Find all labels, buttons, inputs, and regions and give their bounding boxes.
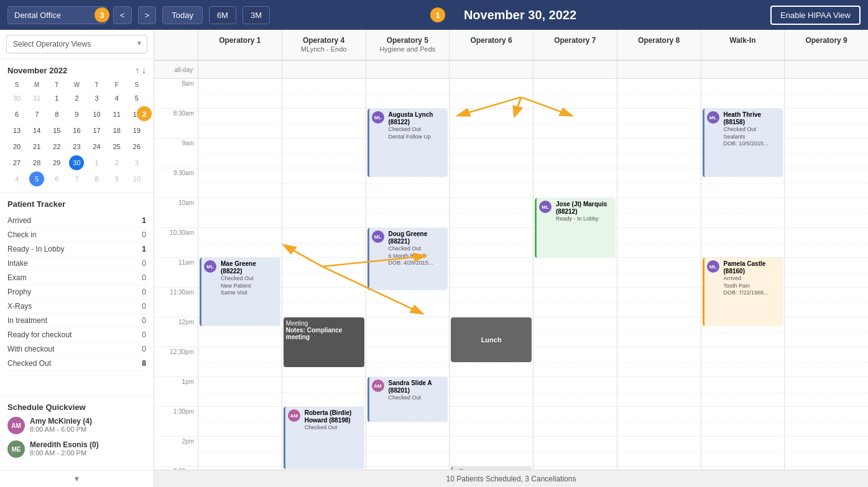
cell[interactable] bbox=[785, 228, 868, 258]
cal-day[interactable]: 6 bbox=[49, 171, 64, 186]
cell[interactable] bbox=[450, 79, 533, 109]
cal-day[interactable]: 29 bbox=[49, 155, 64, 170]
cell[interactable] bbox=[533, 258, 617, 288]
cal-day[interactable]: 16 bbox=[69, 123, 84, 138]
appt-serena[interactable]: AM Serena Quincy (88223) bbox=[451, 467, 532, 470]
cell[interactable] bbox=[282, 79, 366, 109]
cal-day[interactable]: 6 bbox=[9, 107, 24, 122]
cell[interactable] bbox=[366, 347, 450, 377]
cal-day[interactable]: 13 bbox=[9, 123, 24, 138]
cell[interactable] bbox=[785, 79, 868, 109]
6m-button[interactable]: 6M bbox=[209, 6, 236, 24]
cal-day[interactable]: 9 bbox=[69, 107, 84, 122]
cal-day[interactable]: 24 bbox=[90, 139, 104, 154]
cal-day[interactable]: 20 bbox=[9, 139, 24, 154]
cell[interactable] bbox=[701, 437, 785, 467]
cell[interactable] bbox=[617, 258, 701, 288]
tracker-row-ready-checkout[interactable]: Ready for checkout 0 bbox=[7, 328, 146, 342]
appt-doug[interactable]: ML Doug Greene (88221) Checked Out6 Mont… bbox=[367, 228, 448, 290]
cal-day-jan5[interactable]: 5 bbox=[29, 171, 44, 186]
cell[interactable] bbox=[282, 198, 366, 228]
tracker-row-ready-lobby[interactable]: Ready - In Lobby 1 bbox=[7, 242, 146, 257]
cell[interactable] bbox=[366, 79, 450, 109]
cell[interactable] bbox=[282, 288, 366, 317]
cell[interactable] bbox=[701, 79, 785, 109]
tracker-row-with-checkout[interactable]: With checkout 0 bbox=[7, 342, 146, 357]
prev-button[interactable]: < bbox=[113, 6, 132, 24]
cal-day[interactable]: 23 bbox=[69, 139, 84, 154]
cell[interactable] bbox=[282, 168, 366, 198]
cell[interactable] bbox=[701, 198, 785, 228]
cell[interactable] bbox=[785, 347, 868, 377]
appt-roberta[interactable]: AM Roberta (Birdie) Howard (88198) Check… bbox=[284, 407, 364, 469]
quickview-item-meredith[interactable]: ME Meredith Esonis (0) 8:00 AM - 2:00 PM bbox=[7, 440, 146, 458]
cal-day[interactable]: 3 bbox=[129, 155, 144, 170]
cell[interactable] bbox=[450, 407, 533, 437]
cal-day[interactable]: 4 bbox=[9, 171, 24, 186]
tracker-row-intreatment[interactable]: In treatment 0 bbox=[7, 314, 146, 328]
cal-day[interactable]: 8 bbox=[90, 171, 104, 186]
cell[interactable] bbox=[785, 198, 868, 228]
cell[interactable] bbox=[198, 347, 282, 377]
cell[interactable] bbox=[785, 377, 868, 407]
cell[interactable] bbox=[533, 377, 617, 407]
cell[interactable] bbox=[701, 228, 785, 258]
appt-augusta[interactable]: ML Augusta Lynch (88122) Checked OutDent… bbox=[367, 109, 448, 177]
cell[interactable] bbox=[450, 228, 533, 258]
cell[interactable] bbox=[617, 109, 701, 139]
cell[interactable] bbox=[450, 258, 533, 288]
cell[interactable] bbox=[533, 139, 617, 168]
cell[interactable] bbox=[450, 198, 533, 228]
cal-day[interactable]: 15 bbox=[49, 123, 64, 138]
cell[interactable] bbox=[198, 407, 282, 437]
appt-mae-greene[interactable]: ML Mae Greene(88222) Checked OutNew Pati… bbox=[200, 258, 280, 326]
cal-day[interactable]: 4 bbox=[109, 91, 124, 106]
cell[interactable] bbox=[617, 288, 701, 317]
cell[interactable] bbox=[450, 437, 533, 467]
cal-day[interactable]: 22 bbox=[49, 139, 64, 154]
cal-day[interactable]: 10 bbox=[90, 107, 104, 122]
cal-day[interactable]: 21 bbox=[29, 139, 44, 154]
cell[interactable] bbox=[533, 109, 617, 139]
cell[interactable] bbox=[533, 467, 617, 470]
cal-day[interactable]: 14 bbox=[29, 123, 44, 138]
tracker-row-prophy[interactable]: Prophy 0 bbox=[7, 285, 146, 299]
tracker-row-checked-out[interactable]: Checked Out 8 bbox=[7, 357, 146, 371]
cell[interactable] bbox=[617, 79, 701, 109]
cell[interactable] bbox=[198, 377, 282, 407]
cal-day[interactable]: 26 bbox=[129, 139, 144, 154]
cell[interactable] bbox=[366, 288, 450, 317]
cell[interactable] bbox=[617, 467, 701, 470]
cell[interactable] bbox=[617, 168, 701, 198]
next-button[interactable]: > bbox=[138, 6, 157, 24]
cell[interactable] bbox=[282, 109, 366, 139]
cell[interactable] bbox=[533, 437, 617, 467]
cell[interactable] bbox=[785, 139, 868, 168]
cell[interactable] bbox=[533, 168, 617, 198]
cal-day[interactable]: 28 bbox=[29, 155, 44, 170]
cal-day-selected[interactable]: 30 bbox=[69, 155, 84, 170]
cell[interactable] bbox=[785, 437, 868, 467]
cell[interactable] bbox=[533, 288, 617, 317]
cell[interactable] bbox=[617, 139, 701, 168]
cell[interactable] bbox=[617, 407, 701, 437]
cell[interactable] bbox=[785, 168, 868, 198]
3m-button[interactable]: 3M bbox=[242, 6, 270, 24]
cell[interactable] bbox=[198, 437, 282, 467]
cell[interactable] bbox=[282, 228, 366, 258]
cell[interactable] bbox=[450, 168, 533, 198]
cell[interactable] bbox=[366, 317, 450, 347]
tracker-row-xrays[interactable]: X-Rays 0 bbox=[7, 299, 146, 314]
cell[interactable] bbox=[450, 377, 533, 407]
appt-heath[interactable]: ML Heath Thrive (88158) Checked OutSeala… bbox=[703, 109, 783, 177]
cal-day[interactable]: 7 bbox=[29, 107, 44, 122]
tracker-row-intake[interactable]: Intake 0 bbox=[7, 257, 146, 271]
operatory-select[interactable]: Select Operatory Views bbox=[6, 35, 147, 53]
cell[interactable] bbox=[198, 109, 282, 139]
cell[interactable] bbox=[701, 407, 785, 437]
cell[interactable] bbox=[533, 79, 617, 109]
tracker-row-arrived[interactable]: Arrived 1 bbox=[7, 214, 146, 228]
cal-day[interactable]: 2 bbox=[109, 155, 124, 170]
quickview-item-amy[interactable]: AM Amy McKinley (4) 8:00 AM - 6:00 PM bbox=[7, 417, 146, 434]
cal-day[interactable]: 8 bbox=[49, 107, 64, 122]
